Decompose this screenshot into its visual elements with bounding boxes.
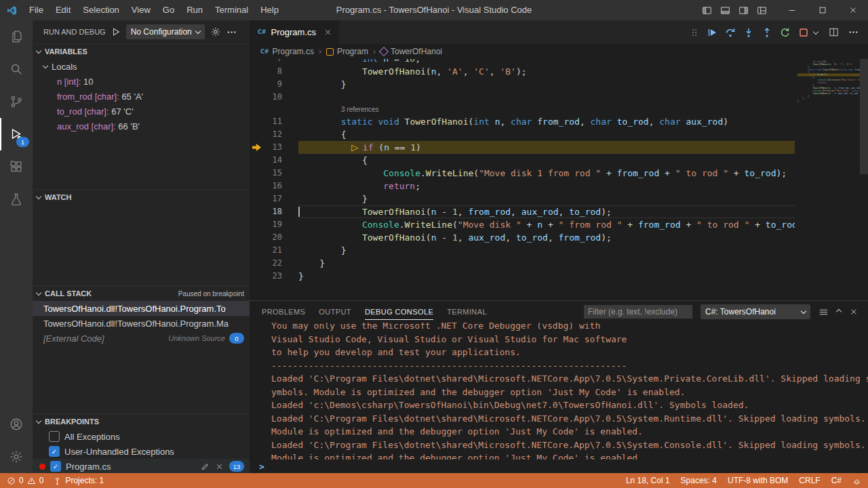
- minimize-button[interactable]: [776, 0, 807, 20]
- debug-step-out-button[interactable]: [762, 27, 772, 38]
- code-editor[interactable]: 7 int n = 10;8 TowerOfHanoi(n, 'A', 'C',…: [250, 59, 868, 300]
- activity-run-and-debug[interactable]: 1: [0, 118, 33, 150]
- variable-row[interactable]: aux_rod [char]: 66 'B': [33, 119, 250, 134]
- problems-status[interactable]: 0 0: [7, 476, 43, 485]
- code-text[interactable]: {: [298, 154, 795, 167]
- scope-locals[interactable]: Locals: [33, 59, 250, 74]
- code-text[interactable]: {: [298, 128, 795, 141]
- panel-tab-terminal[interactable]: TERMINAL: [447, 301, 487, 323]
- activity-settings[interactable]: [0, 441, 33, 473]
- variable-row[interactable]: from_rod [char]: 65 'A': [33, 89, 250, 104]
- line-number[interactable]: 18: [263, 205, 282, 218]
- panel-tab-problems[interactable]: PROBLEMS: [262, 301, 305, 323]
- output-view-icon[interactable]: [818, 307, 829, 317]
- debug-step-into-button[interactable]: [743, 27, 754, 38]
- maximize-button[interactable]: [807, 0, 837, 20]
- code-text[interactable]: Console.WriteLine("Move disk 1 from rod …: [298, 167, 795, 180]
- stack-frame[interactable]: TowersOfHanoi.dll!TowersOfHanoi.Program.…: [33, 316, 250, 331]
- line-number[interactable]: 21: [263, 244, 282, 257]
- line-number[interactable]: 7: [263, 59, 282, 65]
- line-number[interactable]: 14: [263, 154, 282, 167]
- split-editor-icon[interactable]: [829, 27, 839, 37]
- gutter-glyph-margin[interactable]: [250, 231, 263, 244]
- breakpoints-section-header[interactable]: BREAKPOINTS: [33, 413, 250, 429]
- edit-breakpoint-icon[interactable]: [201, 462, 210, 471]
- start-debugging-icon[interactable]: [111, 27, 121, 37]
- gutter-glyph-margin[interactable]: [250, 59, 263, 65]
- menu-edit[interactable]: Edit: [50, 0, 77, 20]
- code-text[interactable]: TowerOfHanoi(n - 1, from_rod, aux_rod, t…: [298, 205, 795, 218]
- call-stack-section-header[interactable]: CALL STACK Paused on breakpoint: [33, 285, 250, 301]
- debug-config-dropdown[interactable]: No Configurations: [126, 24, 205, 39]
- menu-file[interactable]: File: [23, 0, 50, 20]
- code-text[interactable]: TowerOfHanoi(n - 1, aux_rod, to_rod, fro…: [298, 231, 795, 244]
- breakpoint-row[interactable]: ✓Program.cs13: [33, 459, 250, 473]
- close-tab-icon[interactable]: [323, 28, 332, 37]
- breakpoint-row[interactable]: ✓User-Unhandled Exceptions: [33, 444, 250, 459]
- line-number[interactable]: 10: [263, 91, 282, 104]
- gutter-glyph-margin[interactable]: [250, 244, 263, 257]
- menu-help[interactable]: Help: [254, 0, 285, 20]
- gutter-glyph-margin[interactable]: [250, 218, 263, 231]
- line-number[interactable]: 23: [263, 270, 282, 283]
- notifications-bell[interactable]: [852, 476, 861, 485]
- gutter-glyph-margin[interactable]: [250, 205, 263, 218]
- code-text[interactable]: }: [298, 270, 795, 283]
- gutter-glyph-margin[interactable]: [250, 141, 263, 154]
- editor-scrollbar[interactable]: [860, 59, 868, 300]
- gutter-glyph-margin[interactable]: [250, 128, 263, 141]
- gutter-glyph-margin[interactable]: [250, 154, 263, 167]
- line-number[interactable]: 11: [263, 115, 282, 128]
- code-text[interactable]: Console.WriteLine("Move disk " + n + " f…: [298, 218, 795, 231]
- activity-source-control[interactable]: [0, 85, 33, 118]
- scrollbar-thumb[interactable]: [860, 59, 868, 174]
- gutter-glyph-margin[interactable]: [250, 65, 263, 78]
- toggle-panel-icon[interactable]: [720, 5, 730, 16]
- console-filter-input[interactable]: [584, 305, 692, 319]
- breadcrumb-item-program-cs[interactable]: C#Program.cs: [260, 47, 314, 56]
- breadcrumb-item-towerofhanoi[interactable]: TowerOfHanoi: [380, 47, 442, 56]
- menu-view[interactable]: View: [125, 0, 157, 20]
- code-text[interactable]: TowerOfHanoi(n, 'A', 'C', 'B');: [298, 65, 795, 78]
- projects-status[interactable]: Projects: 1: [53, 476, 104, 485]
- menu-selection[interactable]: Selection: [77, 0, 125, 20]
- codelens-references[interactable]: 3 references: [250, 104, 795, 115]
- debug-stop-button[interactable]: [798, 27, 809, 38]
- close-button[interactable]: [837, 0, 868, 20]
- tab-program-cs[interactable]: C# Program.cs: [250, 20, 339, 44]
- menu-go[interactable]: Go: [157, 0, 180, 20]
- line-number[interactable]: 17: [263, 192, 282, 205]
- gutter-glyph-margin[interactable]: [250, 180, 263, 192]
- chevron-down-icon[interactable]: [813, 28, 818, 34]
- gutter-glyph-margin[interactable]: [250, 115, 263, 128]
- gutter-glyph-margin[interactable]: [250, 167, 263, 180]
- line-number[interactable]: 8: [263, 65, 282, 78]
- toggle-secondary-sidebar-icon[interactable]: [738, 5, 749, 16]
- debug-restart-button[interactable]: [780, 27, 791, 38]
- watch-section-header[interactable]: WATCH: [33, 189, 250, 205]
- line-number[interactable]: 22: [263, 257, 282, 270]
- code-text[interactable]: ▷if (n == 1): [298, 141, 795, 154]
- stack-frame[interactable]: [External Code]Unknown Source0: [33, 331, 250, 346]
- debug-session-dropdown[interactable]: C#: TowersOfHanoi: [701, 304, 810, 319]
- indentation-status[interactable]: Spaces: 4: [681, 476, 717, 485]
- code-text[interactable]: }: [298, 244, 795, 257]
- breadcrumb-item-program[interactable]: Program: [326, 47, 368, 56]
- variables-section-header[interactable]: VARIABLES: [33, 43, 250, 59]
- stack-frame[interactable]: TowersOfHanoi.dll!TowersOfHanoi.Program.…: [33, 301, 250, 316]
- eol-status[interactable]: CRLF: [799, 476, 820, 485]
- language-status[interactable]: C#: [831, 476, 842, 485]
- gutter-glyph-margin[interactable]: [250, 270, 263, 283]
- gutter-glyph-margin[interactable]: [250, 78, 263, 91]
- debug-continue-button[interactable]: [707, 27, 717, 38]
- breakpoint-row[interactable]: All Exceptions: [33, 429, 250, 444]
- code-text[interactable]: }: [298, 257, 795, 270]
- activity-testing[interactable]: [0, 183, 33, 216]
- activity-explorer[interactable]: [0, 20, 33, 53]
- customize-layout-icon[interactable]: [757, 5, 767, 16]
- breakpoint-checkbox[interactable]: ✓: [49, 446, 60, 457]
- toolbar-gripper[interactable]: [690, 28, 699, 37]
- line-number[interactable]: 16: [263, 180, 282, 192]
- code-text[interactable]: static void TowerOfHanoi(int n, char fro…: [298, 115, 795, 128]
- more-actions-icon[interactable]: [848, 27, 859, 37]
